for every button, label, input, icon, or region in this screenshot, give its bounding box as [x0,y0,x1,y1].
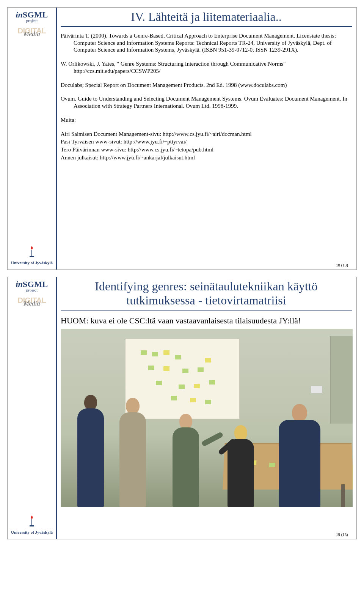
reference-item: Ovum. Guide to Understanding and Selecti… [61,95,352,110]
title-rule [61,26,352,27]
slide-content: Identifying genres: seinätaulutekniikan … [61,277,352,539]
photo-person [163,414,209,507]
reference-item: W. Orlikowski, J. Yates, " Genre Systems… [61,60,352,75]
logo-in: in [16,10,22,19]
link-item: Pasi Tyrväisen www-sivut: http://www.jyu… [61,138,352,145]
media-word: Media [9,300,55,307]
university-label: University of Jyväskylä [8,260,56,265]
svg-rect-1 [30,256,34,257]
university-mark: University of Jyväskylä [8,515,56,534]
university-label: University of Jyväskylä [8,530,56,534]
photo-door [330,336,353,424]
photo-outlet [311,386,322,393]
photo-person [220,425,262,507]
reference-item: Päivärinta T. (2000), Towards a Genre-Ba… [61,32,352,54]
page-title: Identifying genres: seinätaulutekniikan … [61,279,352,307]
university-mark: University of Jyväskylä [8,245,56,265]
sidebar: inSGML project DIGITAL Media University … [8,8,57,269]
link-item: Annen julkaisut: http://www.jyu.fi/~anka… [61,154,352,161]
muita-label: Muita: [61,117,352,124]
photo-person [269,404,330,507]
digital-media-logo: DIGITAL Media [9,296,55,305]
logo-in: in [16,279,22,289]
page-number: 18 (13) [336,263,348,267]
insgml-logo: inSGML project DIGITAL Media [8,8,56,35]
title-rule [61,310,352,310]
torch-icon [28,515,36,528]
svg-rect-3 [30,525,34,526]
title-row: Identifying genres: seinätaulutekniikan … [61,279,352,307]
svg-rect-0 [31,250,32,256]
digital-media-logo: DIGITAL Media [9,27,55,35]
svg-rect-2 [31,519,32,525]
link-item: Airi Salmisen Document Management-sivu: … [61,131,352,138]
torch-icon [28,245,36,258]
media-word: Media [9,30,55,38]
note-text: HUOM: kuva ei ole CSC:ltä vaan vastaavan… [61,316,352,326]
slide-19: inSGML project DIGITAL Media University … [8,277,356,539]
workshop-photo [61,329,353,507]
page-title: IV. Lähteitä ja liitemateriaalia.. [61,10,352,24]
link-item: Tero Päivärinnan www-sivu: http://www.cs… [61,146,352,153]
photo-person [106,398,159,507]
sidebar: inSGML project DIGITAL Media University … [8,277,57,539]
slide-content: IV. Lähteitä ja liitemateriaalia.. Päivä… [61,8,352,269]
title-row: IV. Lähteitä ja liitemateriaalia.. [61,10,352,24]
insgml-logo: inSGML project DIGITAL Media [8,277,56,305]
reference-item: Doculabs; Special Report on Document Man… [61,82,352,89]
page-number: 19 (13) [336,532,348,537]
body: Päivärinta T. (2000), Towards a Genre-Ba… [61,32,352,161]
slide-18: inSGML project DIGITAL Media University … [8,8,356,269]
